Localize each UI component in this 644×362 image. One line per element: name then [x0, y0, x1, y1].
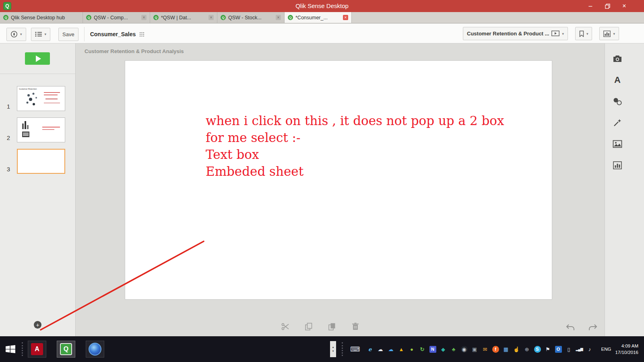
maximize-icon	[605, 4, 610, 9]
story-main-area: Customer Retention & Product Analysis wh…	[76, 43, 605, 336]
lime-icon[interactable]: ●	[409, 346, 415, 353]
skype-icon[interactable]: S	[534, 346, 541, 353]
slide-thumbnail-3-selected[interactable]	[17, 149, 65, 174]
shapes-button[interactable]	[612, 97, 623, 106]
tab-qsw-stock[interactable]: Q QSW - Stock... ×	[217, 12, 285, 23]
qlik-tab-logo-icon: Q	[3, 15, 8, 20]
mail-icon[interactable]: ✉	[482, 346, 489, 353]
maximize-button[interactable]	[602, 1, 613, 11]
add-slide-button[interactable]: +	[34, 321, 41, 329]
tab-close-icon[interactable]: ×	[208, 15, 214, 20]
qlik-tab-logo-icon: Q	[153, 15, 159, 20]
annotation-line-1: when i click on this , it does not pop u…	[206, 112, 504, 129]
annotation-line-3: Text box	[206, 146, 504, 163]
annotation-line-2: for me select :-	[206, 129, 504, 146]
plant-icon[interactable]: ♣	[450, 346, 457, 353]
tab-close-icon[interactable]: ×	[276, 15, 281, 20]
snapshot-library-button[interactable]	[612, 54, 623, 64]
onenote-icon[interactable]: N	[429, 346, 436, 353]
network-globe-icon[interactable]: ⊕	[524, 346, 530, 353]
delete-button[interactable]	[350, 322, 361, 331]
outlook-icon[interactable]: O	[555, 346, 562, 353]
sync-icon[interactable]: ↻	[419, 346, 426, 353]
sheet-objects-button[interactable]	[612, 160, 623, 170]
onedrive-icon[interactable]: ☁	[377, 346, 384, 353]
language-indicator[interactable]: ENG	[601, 347, 611, 352]
slide-canvas[interactable]: when i click on this , it does not pop u…	[125, 60, 552, 300]
qlik-tab-logo-icon: Q	[288, 15, 293, 20]
close-button[interactable]: ×	[619, 1, 630, 11]
slide-actions-bar	[76, 318, 605, 336]
firefox-icon[interactable]: f	[492, 346, 499, 353]
tab-consumer-active[interactable]: Q *Consumer_... ×	[285, 12, 352, 23]
play-story-button[interactable]	[25, 52, 50, 65]
sheet-chart-icon	[613, 161, 622, 169]
flag-icon[interactable]: ⚑	[545, 346, 551, 353]
qlik-sense-desktop-window: Q Qlik Sense Desktop – × Q Qlik Sense De…	[0, 0, 644, 362]
tab-close-icon[interactable]: ×	[141, 15, 147, 20]
slide-thumbnails: 1 Customer Retention 2	[0, 86, 75, 180]
tab-qsw-dat[interactable]: Q *QSW | Dat... ×	[150, 12, 217, 23]
app-options-dots-icon[interactable]	[139, 32, 144, 37]
volume-icon[interactable]: ♪	[586, 346, 593, 353]
navigation-menu-button[interactable]: ▾	[6, 28, 26, 41]
mobile-device-icon[interactable]: ▯	[566, 346, 572, 353]
google-drive-icon[interactable]: ▲	[398, 346, 405, 353]
media-objects-button[interactable]	[612, 139, 623, 149]
toolbar: ▾ ▾ Save Consumer_Sales Customer Retenti…	[0, 24, 644, 43]
webcam-icon[interactable]: ◉	[461, 346, 468, 353]
tab-hub[interactable]: Q Qlik Sense Desktop hub	[0, 12, 83, 23]
annotation-line-4: Embeded sheet	[206, 163, 504, 180]
slide-row: 3	[0, 149, 75, 174]
ie-icon[interactable]: e	[367, 346, 374, 353]
qlik-tab-logo-icon: Q	[221, 15, 226, 20]
copy-button[interactable]	[303, 322, 314, 331]
stories-list-button[interactable]: ▾	[31, 28, 51, 41]
cut-button[interactable]	[280, 322, 291, 331]
paste-button[interactable]	[327, 322, 337, 331]
taskbar-app-adobe[interactable]: A	[28, 341, 46, 358]
bookmarks-button[interactable]: ▾	[575, 27, 592, 40]
app-title-wrap: Consumer_Sales	[90, 31, 145, 37]
tab-qsw-comp[interactable]: Q QSW - Comp... ×	[83, 12, 150, 23]
qlik-tab-logo-icon: Q	[86, 15, 91, 20]
tab-close-icon[interactable]: ×	[343, 15, 348, 20]
taskbar-clock[interactable]: 4:09 AM 17/10/2016	[615, 343, 638, 356]
annotation-text: when i click on this , it does not pop u…	[206, 112, 504, 180]
touch-hand-icon[interactable]: ☝	[513, 346, 520, 353]
text-objects-button[interactable]: A	[612, 75, 623, 85]
monitor-icon[interactable]: ▣	[471, 346, 478, 353]
signal-bars-icon[interactable]: ▂▄▆	[576, 346, 583, 353]
charts-button[interactable]: ▾	[599, 27, 619, 40]
slide-number: 2	[0, 134, 17, 142]
touch-keyboard-icon[interactable]: ⌨	[350, 345, 360, 354]
slide-actions-center	[280, 322, 361, 331]
display-icon[interactable]: ▦	[503, 346, 510, 353]
window-controls: – ×	[585, 0, 630, 12]
slide-thumbnail-2[interactable]	[17, 117, 65, 142]
slide-thumbnail-1[interactable]: Customer Retention	[17, 86, 65, 111]
slide-row: 1 Customer Retention	[0, 86, 75, 111]
tray-scroll-control[interactable]: ▴ ▾	[330, 341, 336, 357]
puzzle-icon[interactable]: ◆	[440, 346, 447, 353]
effects-button[interactable]	[612, 118, 623, 128]
start-button[interactable]	[3, 341, 18, 357]
redo-button[interactable]	[588, 323, 598, 332]
save-button[interactable]: Save	[58, 28, 78, 41]
clock-date: 17/10/2016	[615, 349, 638, 356]
sheet-selector-button[interactable]: Customer Retention & Product ... ▾	[463, 27, 568, 40]
taskbar-app-qlik[interactable]: Q	[57, 341, 75, 358]
cloud-icon[interactable]: ☁	[388, 346, 394, 353]
undo-button[interactable]	[565, 323, 576, 332]
taskbar-app-media[interactable]	[86, 341, 104, 358]
toolbar-right: Customer Retention & Product ... ▾ ▾ ▾	[463, 27, 619, 40]
window-title: Qlik Sense Desktop	[0, 0, 644, 12]
paste-icon	[328, 323, 336, 331]
scissors-icon	[281, 323, 290, 331]
minimize-button[interactable]: –	[585, 1, 596, 11]
chevron-down-icon: ▾	[586, 32, 588, 36]
toolbar-left: ▾ ▾ Save Consumer_Sales	[6, 27, 144, 41]
adobe-reader-icon: A	[31, 343, 43, 355]
windows-taskbar: A Q ▴ ▾ ⌨ e ☁ ☁ ▲ ● ↻ N ◆ ♣ ◉ ▣ ✉ f ▦	[0, 336, 644, 362]
shapes-icon	[613, 97, 622, 106]
